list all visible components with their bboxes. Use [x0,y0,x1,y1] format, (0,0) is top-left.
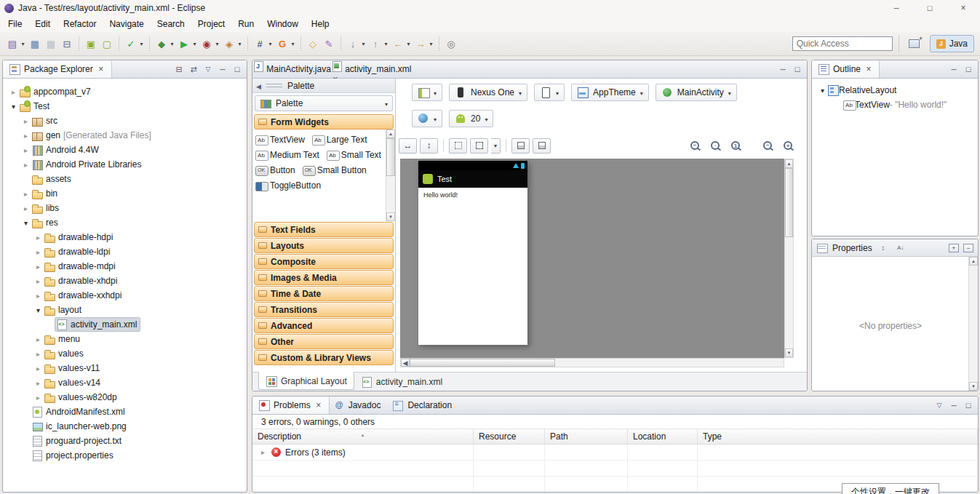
debug-icon[interactable]: ◆ [154,36,169,52]
tree-item-android-4-4w[interactable]: Android 4.4W [3,143,247,157]
palette-category-other[interactable]: Other [254,334,394,349]
hello-world-textview[interactable]: Hello world! [423,191,458,199]
scrollbar-thumb[interactable] [785,168,793,237]
collapse-all-icon[interactable] [172,63,186,75]
external-tools-icon[interactable]: ◈ [222,36,236,52]
scroll-down-icon[interactable] [386,212,395,221]
link-with-editor-icon[interactable] [187,63,200,75]
dropdown-arrow-icon[interactable] [405,36,412,52]
scrollbar-thumb[interactable] [386,138,395,176]
menu-edit[interactable]: Edit [28,17,57,31]
column-header-path[interactable]: Path [545,429,628,444]
palette-category-transitions[interactable]: Transitions [254,302,394,317]
tab-outline[interactable]: Outline [812,60,880,78]
expand-arrow-icon[interactable] [21,146,31,154]
dropdown-arrow-icon[interactable] [169,36,175,52]
filter-properties-icon[interactable] [877,242,890,254]
zoom-fit-button[interactable] [708,138,722,153]
expand-arrow-icon[interactable] [33,234,43,242]
menu-project[interactable]: Project [191,17,231,31]
expand-arrow-icon[interactable] [33,335,43,343]
collapse-arrow-icon[interactable] [818,87,827,95]
expand-arrow-icon[interactable] [33,364,43,373]
expand-all-icon[interactable] [949,244,959,252]
column-header-resource[interactable]: Resource [474,429,545,444]
git-icon[interactable]: G [275,36,290,52]
menu-refactor[interactable]: Refactor [57,17,103,31]
scroll-up-icon[interactable] [785,159,793,168]
minimize-icon[interactable] [216,63,229,75]
tree-item-androidmanifest-xml[interactable]: AndroidManifest.xml [3,405,247,419]
expand-arrow-icon[interactable] [33,263,43,271]
tree-item-values[interactable]: values [3,346,247,361]
tree-item-values-v14[interactable]: values-v14 [3,375,247,390]
minimize-icon[interactable] [947,63,960,75]
expand-arrow-icon[interactable] [21,161,31,169]
margins-dropdown-icon[interactable] [491,138,501,154]
scroll-left-icon[interactable] [401,359,410,367]
expand-arrow-icon[interactable] [33,248,43,256]
expand-arrow-icon[interactable] [21,204,31,212]
maximize-icon[interactable] [231,63,244,75]
palette-category-advanced[interactable]: Advanced [254,318,394,333]
lint-icon[interactable]: ✓ [124,36,138,52]
tree-item-drawable-ldpi[interactable]: drawable-ldpi [3,244,247,259]
tree-item-ic-launcher-web-png[interactable]: ic_launcher-web.png [3,419,247,434]
dropdown-arrow-icon[interactable] [267,36,274,52]
scroll-up-icon[interactable] [969,257,978,266]
tree-item-layout[interactable]: layout [3,303,247,317]
menu-help[interactable]: Help [305,17,336,31]
layout-option-button-b[interactable] [533,138,551,154]
search-icon[interactable]: ✎ [322,36,336,52]
sort-alphabetical-icon[interactable] [894,242,907,254]
palette-dropdown[interactable]: Palette [255,95,393,111]
new-wizard-icon[interactable]: ▤ [5,36,20,52]
minimize-window-button[interactable] [880,0,913,16]
column-header-type[interactable]: Type [698,429,978,444]
pin-editor-icon[interactable]: ◎ [444,36,458,52]
run-icon[interactable]: ▶ [177,36,191,52]
expand-arrow-icon[interactable] [21,117,31,125]
minimize-icon[interactable] [776,63,789,75]
tab-problems[interactable]: Problems [252,397,330,414]
system-popup[interactable]: 个性设置，一键更改 [842,483,939,494]
zoom-out-button[interactable] [688,138,702,153]
column-header-description[interactable]: Description [252,429,474,444]
print-icon[interactable]: ⊟ [60,36,74,52]
tab-declaration[interactable]: Declaration [386,397,458,414]
close-icon[interactable] [97,64,105,74]
palette-category-custom-library-views[interactable]: Custom & Library Views [254,350,394,365]
dropdown-arrow-icon[interactable] [428,36,434,52]
layout-option-button-a[interactable] [511,138,530,154]
scrollbar-track[interactable] [386,138,395,212]
dropdown-arrow-icon[interactable] [360,36,367,52]
tree-item-values-v11[interactable]: values-v11 [3,361,247,375]
forward-icon[interactable]: → [413,36,428,52]
canvas-horizontal-scrollbar[interactable] [400,358,784,367]
collapse-arrow-icon[interactable] [9,103,18,111]
open-perspective-button[interactable] [905,35,924,52]
menu-run[interactable]: Run [231,17,260,31]
dropdown-arrow-icon[interactable] [138,36,145,52]
dropdown-arrow-icon[interactable] [383,36,389,52]
tab-javadoc[interactable]: Javadoc [330,397,387,414]
tab-activity-main-xml[interactable]: activity_main.xml [331,60,412,78]
menu-window[interactable]: Window [260,17,305,31]
expand-arrow-icon[interactable] [33,277,43,285]
expand-arrow-icon[interactable] [33,292,43,300]
tree-item-test[interactable]: Test [3,99,247,113]
outline-node-relativelayout[interactable]: RelativeLayout [812,83,978,97]
dropdown-arrow-icon[interactable] [20,36,26,52]
palette-item-small-text[interactable]: Small Text [327,147,381,162]
save-all-icon[interactable]: ▦ [44,36,58,52]
tree-item-drawable-mdpi[interactable]: drawable-mdpi [3,259,247,274]
android-sdk-manager-icon[interactable]: ▣ [84,36,98,52]
api-level-dropdown[interactable]: 20 [449,110,493,127]
expand-arrow-icon[interactable] [33,379,43,387]
activity-dropdown[interactable]: MainActivity [656,84,737,101]
zoom-decrease-button[interactable] [760,138,775,153]
tab-graphical-layout[interactable]: Graphical Layout [258,372,354,390]
new-android-xml-icon[interactable]: # [252,36,267,52]
next-annotation-icon[interactable]: ↓ [346,36,360,52]
palette-scrollbar[interactable] [386,130,395,221]
